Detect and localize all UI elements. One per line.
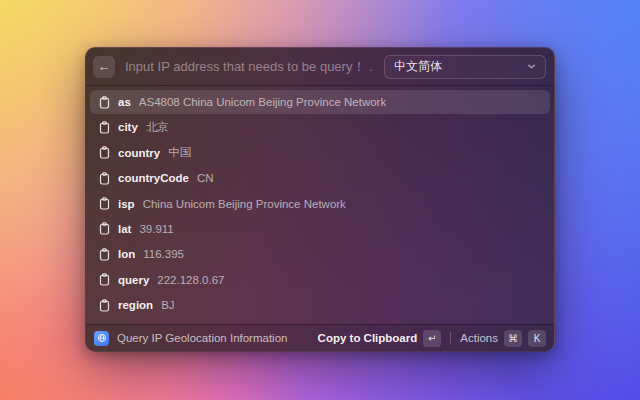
clipboard-icon [99, 146, 110, 159]
footer-divider [450, 332, 451, 344]
clipboard-icon [99, 96, 110, 109]
actions-label: Actions [460, 332, 498, 344]
result-list: as AS4808 China Unicom Beijing Province … [86, 86, 554, 324]
item-label: countryCode [118, 172, 189, 184]
list-item[interactable]: country 中国 [90, 141, 550, 165]
clipboard-icon [99, 121, 110, 134]
clipboard-icon [99, 299, 110, 312]
item-value: 116.395 [143, 248, 184, 260]
language-dropdown-value: 中文简体 [394, 58, 442, 75]
copy-to-clipboard-label: Copy to Clipboard [318, 332, 418, 344]
back-arrow-icon: ← [98, 59, 111, 74]
app-globe-icon [94, 331, 109, 346]
item-label: lon [118, 248, 135, 260]
item-label: country [118, 147, 160, 159]
language-dropdown[interactable]: 中文简体 [384, 55, 546, 79]
list-item[interactable]: city 北京 [90, 115, 550, 139]
clipboard-icon [99, 248, 110, 261]
list-item[interactable]: lon 116.395 [90, 242, 550, 266]
item-value: 39.911 [139, 223, 173, 235]
item-label: lat [118, 223, 131, 235]
chevron-down-icon [527, 62, 536, 71]
list-item[interactable]: region BJ [90, 293, 550, 317]
item-value: BJ [161, 299, 174, 311]
copy-to-clipboard-button[interactable]: Copy to Clipboard ↵ [318, 330, 442, 347]
item-value: CN [197, 172, 214, 184]
clipboard-icon [99, 197, 110, 210]
footer-actions: Copy to Clipboard ↵ Actions ⌘ K [318, 330, 546, 347]
item-value: AS4808 China Unicom Beijing Province Net… [139, 96, 386, 108]
command-title: Query IP Geolocation Information [117, 332, 287, 344]
footer-bar: Query IP Geolocation Information Copy to… [86, 324, 554, 351]
search-input[interactable] [125, 59, 374, 74]
launcher-window: ← 中文简体 as AS48 [85, 47, 555, 352]
item-label: as [118, 96, 131, 108]
enter-key-icon: ↵ [423, 330, 441, 347]
list-item[interactable]: countryCode CN [90, 166, 550, 190]
clipboard-icon [99, 273, 110, 286]
item-label: isp [118, 198, 135, 210]
item-label: city [118, 121, 138, 133]
desktop-background: ← 中文简体 as AS48 [0, 0, 640, 400]
search-header: ← 中文简体 [86, 48, 554, 86]
list-item[interactable]: query 222.128.0.67 [90, 268, 550, 292]
item-label: query [118, 274, 149, 286]
item-value: 北京 [146, 120, 169, 135]
back-button[interactable]: ← [93, 56, 115, 78]
clipboard-icon [99, 222, 110, 235]
cmd-key-icon: ⌘ [504, 330, 522, 347]
clipboard-icon [99, 172, 110, 185]
list-item[interactable]: as AS4808 China Unicom Beijing Province … [90, 90, 550, 114]
k-key-icon: K [528, 330, 546, 347]
item-value: 中国 [168, 145, 191, 160]
item-label: region [118, 299, 153, 311]
list-item[interactable]: isp China Unicom Beijing Province Networ… [90, 192, 550, 216]
item-value: 222.128.0.67 [157, 274, 224, 286]
list-item[interactable]: lat 39.911 [90, 217, 550, 241]
item-value: China Unicom Beijing Province Network [143, 198, 346, 210]
actions-button[interactable]: Actions ⌘ K [460, 330, 546, 347]
